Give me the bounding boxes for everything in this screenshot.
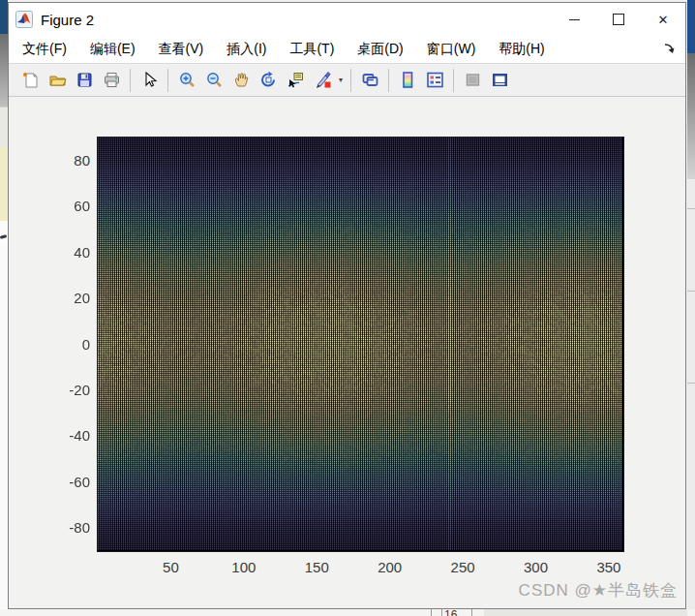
hand-icon bbox=[232, 71, 251, 89]
open-file-button[interactable] bbox=[45, 68, 70, 93]
toolbar-separator bbox=[350, 69, 351, 92]
close-icon: ✕ bbox=[658, 14, 669, 26]
link-icon bbox=[361, 71, 379, 89]
new-figure-button[interactable] bbox=[17, 68, 43, 93]
zoom-in-icon bbox=[178, 71, 196, 89]
toolbar-separator bbox=[388, 69, 389, 92]
rotate-3d-button[interactable] bbox=[256, 68, 281, 93]
save-floppy-icon bbox=[76, 71, 94, 89]
new-figure-icon bbox=[21, 71, 40, 89]
background-window-right-edge bbox=[687, 0, 695, 616]
show-plot-tools-button[interactable] bbox=[487, 68, 512, 93]
link-plots-button[interactable] bbox=[357, 68, 382, 93]
minimize-icon bbox=[569, 19, 580, 20]
open-folder-icon bbox=[48, 71, 67, 89]
save-figure-button[interactable] bbox=[72, 68, 97, 93]
legend-icon bbox=[426, 71, 444, 89]
close-button[interactable]: ✕ bbox=[641, 3, 685, 36]
minimize-button[interactable] bbox=[552, 3, 596, 36]
toolbar-separator bbox=[453, 69, 454, 92]
brush-dropdown-button[interactable]: ▾ bbox=[336, 68, 346, 93]
y-axis-tick-label: 60 bbox=[9, 198, 90, 215]
y-axis-tick-label: -40 bbox=[9, 427, 90, 445]
matlab-logo-icon bbox=[15, 11, 33, 28]
x-axis-tick-label: 300 bbox=[524, 559, 548, 575]
zoom-out-button[interactable] bbox=[201, 68, 227, 93]
menu-item[interactable]: 工具(T) bbox=[289, 41, 334, 58]
plot-image[interactable] bbox=[98, 138, 623, 551]
x-axis-tick-label: 50 bbox=[163, 559, 179, 575]
figure-window: Figure 2 ✕ 文件(F)编辑(E)查看(V)插入(I)工具(T)桌面(D… bbox=[8, 2, 686, 609]
print-figure-button[interactable] bbox=[99, 68, 124, 93]
x-axis-tick-label: 100 bbox=[231, 559, 256, 575]
background-window-left-edge bbox=[0, 0, 8, 616]
maximize-icon bbox=[613, 14, 624, 25]
y-axis-tick-label: 0 bbox=[9, 336, 90, 354]
figure-toolbar: ▾ bbox=[9, 64, 685, 97]
y-axis-tick-label: 20 bbox=[9, 290, 90, 307]
menu-item[interactable]: 窗口(W) bbox=[427, 41, 476, 58]
show-plot-tools-icon bbox=[491, 71, 509, 89]
menu-item[interactable]: 插入(I) bbox=[227, 41, 266, 58]
x-axis-tick-label: 250 bbox=[451, 559, 475, 575]
y-axis-tick-label: -60 bbox=[9, 474, 90, 491]
zoom-in-button[interactable] bbox=[174, 68, 199, 93]
insert-colorbar-button[interactable] bbox=[395, 68, 420, 93]
cursor-arrow-icon bbox=[140, 71, 159, 89]
data-cursor-button[interactable] bbox=[283, 68, 308, 93]
brush-button[interactable] bbox=[310, 68, 335, 93]
title-bar[interactable]: Figure 2 ✕ bbox=[9, 3, 685, 36]
toolbar-separator bbox=[167, 69, 168, 92]
y-axis-tick-label: 40 bbox=[9, 244, 90, 262]
colorbar-icon bbox=[399, 71, 417, 89]
dock-figure-icon[interactable] bbox=[662, 41, 678, 56]
editor-line-number: 16 bbox=[444, 609, 457, 616]
maximize-button[interactable] bbox=[596, 3, 641, 36]
printer-icon bbox=[103, 71, 121, 89]
x-axis-tick-label: 150 bbox=[305, 559, 329, 575]
background-editor-strip: 16 bbox=[0, 609, 695, 616]
menu-item[interactable]: 桌面(D) bbox=[357, 41, 403, 58]
zoom-out-icon bbox=[205, 71, 224, 89]
x-axis-tick-label: 350 bbox=[596, 559, 620, 575]
data-cursor-icon bbox=[287, 71, 305, 89]
toolbar-separator bbox=[130, 69, 131, 92]
menu-item[interactable]: 编辑(E) bbox=[90, 41, 136, 58]
menu-item[interactable]: 文件(F) bbox=[22, 41, 67, 58]
y-axis-tick-label: 80 bbox=[9, 152, 90, 169]
brush-icon bbox=[314, 71, 332, 89]
pan-button[interactable] bbox=[228, 68, 254, 93]
rotate-3d-icon bbox=[259, 71, 278, 89]
menu-item[interactable]: 查看(V) bbox=[159, 41, 204, 58]
x-axis-tick-label: 200 bbox=[378, 559, 402, 575]
y-axis-tick-label: -80 bbox=[9, 519, 90, 537]
window-title: Figure 2 bbox=[41, 12, 94, 28]
watermark: CSDN @★半岛铁盒 bbox=[519, 579, 678, 601]
edit-plot-button[interactable] bbox=[136, 68, 162, 93]
insert-legend-button[interactable] bbox=[422, 68, 447, 93]
hide-plot-tools-icon bbox=[464, 71, 482, 89]
hide-plot-tools-button[interactable] bbox=[460, 68, 485, 93]
menu-bar: 文件(F)编辑(E)查看(V)插入(I)工具(T)桌面(D)窗口(W)帮助(H) bbox=[9, 36, 685, 64]
figure-canvas: CSDN @★半岛铁盒 806040200-20-40-60-805010015… bbox=[9, 97, 685, 608]
y-axis-tick-label: -20 bbox=[9, 382, 90, 399]
menu-item[interactable]: 帮助(H) bbox=[499, 41, 544, 58]
